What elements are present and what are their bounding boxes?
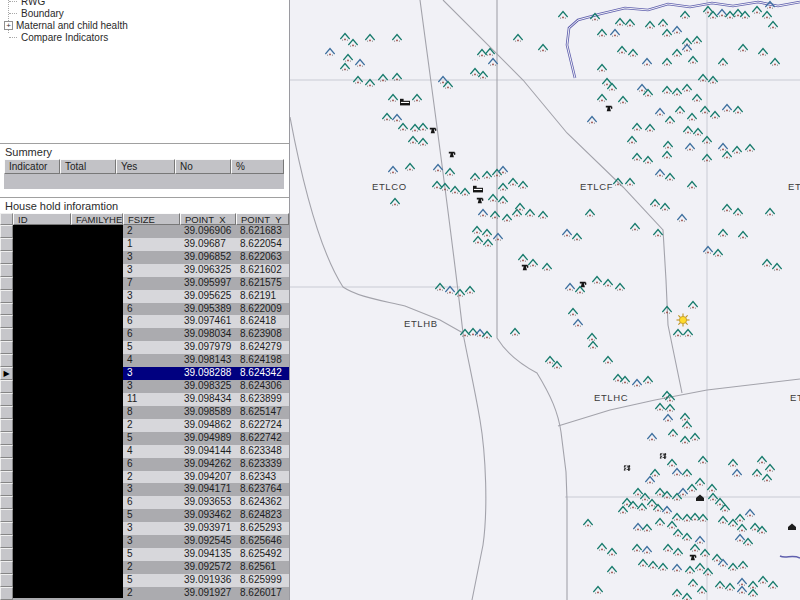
selected-row-marker[interactable]: ▶ <box>0 367 13 380</box>
column-header-point_y[interactable]: POINT_Y <box>236 213 289 225</box>
row-selector[interactable] <box>0 225 13 238</box>
hut-icon <box>721 505 730 512</box>
row-selector[interactable] <box>0 238 13 251</box>
row-selector[interactable] <box>0 341 13 354</box>
hut-icon <box>666 405 675 412</box>
summary-column-header[interactable]: Yes <box>116 159 175 174</box>
row-selector[interactable] <box>0 380 13 393</box>
summary-header-row: IndicatorTotalYesNo% <box>4 159 289 174</box>
row-selector[interactable] <box>0 574 13 587</box>
hut-icon <box>433 182 442 189</box>
cell-point-x: 39.094144 <box>180 445 236 458</box>
row-selector[interactable] <box>0 471 13 484</box>
hut-icon <box>719 144 728 151</box>
row-selector[interactable] <box>0 535 13 548</box>
hut-icon <box>656 489 665 496</box>
hut-icon <box>399 124 408 131</box>
row-selector[interactable] <box>0 587 13 600</box>
tree-connector <box>9 13 17 14</box>
row-selector[interactable] <box>0 458 13 471</box>
hut-icon <box>659 564 668 571</box>
cell-point-x: 39.094262 <box>180 458 236 471</box>
hut-icon <box>746 510 755 517</box>
tree-item-maternal-and-child-health[interactable]: +Maternal and child health <box>2 19 128 31</box>
row-selector[interactable] <box>0 419 13 432</box>
cell-point-x: 39.096852 <box>180 251 236 264</box>
cell-fsize: 5 <box>123 341 180 354</box>
row-selector[interactable] <box>0 354 13 367</box>
row-selector[interactable] <box>0 303 13 316</box>
hut-icon <box>693 95 702 102</box>
row-selector[interactable] <box>0 561 13 574</box>
hut-icon <box>656 404 665 411</box>
column-header-point_x[interactable]: POINT_X <box>180 213 236 225</box>
hut-icon <box>688 182 697 189</box>
hut-icon <box>736 515 745 522</box>
hut-icon <box>616 19 625 26</box>
hut-icon <box>444 82 453 89</box>
row-selector[interactable] <box>0 548 13 561</box>
hut-icon <box>559 12 568 19</box>
map-canvas[interactable]: ETLCOETLCFETLETLHBETLHCET <box>290 0 800 600</box>
row-selector[interactable] <box>0 483 13 496</box>
cell-point-x: 39.098325 <box>180 380 236 393</box>
hut-icon <box>631 224 640 231</box>
hut-icon <box>588 117 597 124</box>
expand-icon[interactable]: + <box>4 21 13 30</box>
hut-icon <box>393 115 402 122</box>
hut-icon <box>673 590 682 597</box>
row-selector[interactable] <box>0 290 13 303</box>
hut-icon <box>434 165 443 172</box>
row-selector[interactable] <box>0 393 13 406</box>
hut-icon <box>633 154 642 161</box>
row-selector[interactable] <box>0 328 13 341</box>
hut-icon <box>683 534 692 541</box>
hut-icon <box>694 129 703 136</box>
row-selector[interactable] <box>0 509 13 522</box>
hut-icon <box>674 530 683 537</box>
hut-icon <box>669 430 678 437</box>
cell-point-y: 8.622742 <box>236 432 289 445</box>
map-label: ETLHC <box>594 392 628 403</box>
row-selector[interactable] <box>0 251 13 264</box>
column-header-fsize[interactable]: FSIZE <box>123 213 180 225</box>
cell-point-x: 39.095997 <box>180 277 236 290</box>
row-selector[interactable] <box>0 445 13 458</box>
column-header-familyhea[interactable]: FAMILYHEA <box>71 213 123 225</box>
tree-item-boundary[interactable]: Boundary <box>2 7 128 19</box>
cell-point-y: 8.621575 <box>236 277 289 290</box>
hut-icon <box>683 470 692 477</box>
cell-fsize: 8 <box>123 406 180 419</box>
hut-icon <box>646 125 655 132</box>
tree-item-rwg[interactable]: RWG <box>2 0 128 7</box>
row-selector[interactable] <box>0 432 13 445</box>
summary-column-header[interactable]: % <box>231 159 284 174</box>
row-selector[interactable] <box>0 277 13 290</box>
hut-icon <box>598 95 607 102</box>
hut-icon <box>698 587 707 594</box>
tree-item-compare-indicators[interactable]: Compare Indicators <box>2 31 128 43</box>
row-selector[interactable] <box>0 522 13 535</box>
hut-icon <box>759 577 768 584</box>
summary-column-header[interactable]: No <box>175 159 231 174</box>
cell-point-y: 8.622054 <box>236 238 289 251</box>
summary-column-header[interactable]: Indicator <box>4 159 60 174</box>
hut-icon <box>638 85 647 92</box>
row-selector[interactable] <box>0 315 13 328</box>
map-view[interactable]: ETLCOETLCFETLETLHBETLHCET <box>290 0 800 600</box>
hut-icon <box>654 505 663 512</box>
hut-icon <box>719 517 728 524</box>
column-header-id[interactable]: ID <box>13 213 71 225</box>
hut-icon <box>753 470 762 477</box>
row-selector[interactable] <box>0 406 13 419</box>
row-selector[interactable] <box>0 496 13 509</box>
hut-icon <box>648 500 657 507</box>
summary-column-header[interactable]: Total <box>60 159 116 174</box>
row-selector[interactable] <box>0 264 13 277</box>
hut-icon <box>773 264 782 271</box>
hut-icon <box>466 287 475 294</box>
water-tap-icon <box>430 128 437 133</box>
hut-icon <box>663 87 672 94</box>
cell-fsize: 11 <box>123 393 180 406</box>
cell-point-x: 39.098434 <box>180 393 236 406</box>
